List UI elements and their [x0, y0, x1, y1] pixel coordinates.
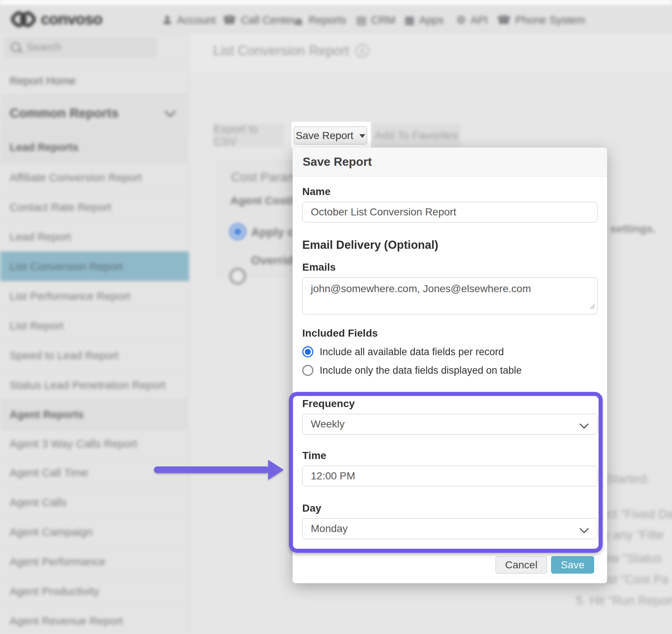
export-to-csv-button[interactable]: Export to CSV — [213, 124, 284, 146]
caret-down-icon — [359, 134, 365, 138]
sidebar-item-lead-report[interactable]: Lead Report — [0, 222, 189, 251]
sidebar-item-agent-calls[interactable]: Agent Calls — [0, 487, 189, 517]
getting-started-text-fragment: iew "Status — [601, 551, 662, 565]
sidebar-item-agent-performance[interactable]: Agent Performance — [0, 547, 189, 576]
page-title-text: List Conversion Report — [213, 43, 349, 59]
nav-item-apps[interactable]: ▦Apps — [404, 13, 444, 27]
nav-item-label: Phone System — [515, 14, 585, 26]
sidebar-item-label: Speed to Lead Report — [10, 349, 119, 362]
nav-item-crm[interactable]: ▤CRM — [356, 13, 395, 27]
sidebar-item-agent-revenue-report[interactable]: Agent Revenue Report — [0, 606, 189, 634]
modal-title: Save Report — [303, 155, 372, 169]
save-report-dropdown-button[interactable]: Save Report — [294, 126, 367, 145]
page-title: List Conversion Report i — [213, 43, 369, 59]
search-placeholder: Search — [26, 41, 62, 53]
bar-chart-icon — [293, 15, 304, 25]
sidebar-item-label: Agent Call Time — [10, 466, 88, 479]
radio-selected-icon — [302, 346, 313, 357]
annotation-arrow — [150, 457, 288, 483]
search-icon — [11, 42, 20, 52]
nav-item-reports[interactable]: Reports — [293, 13, 346, 27]
sidebar-item-label: Contact Rate Report — [10, 201, 111, 214]
sidebar-item-label: Report Home — [10, 75, 76, 87]
sidebar-item-label: Lead Report — [10, 231, 71, 243]
convoso-logo-text: convoso — [41, 10, 102, 28]
override-cost-label: Overrid — [251, 254, 293, 267]
sidebar-divider — [0, 59, 189, 60]
getting-started-text-fragment: 5. Hit "Run Report — [576, 594, 672, 608]
email-delivery-heading: Email Delivery (Optional) — [302, 239, 597, 251]
convoso-reports-page: { "topbar": { "logo_text": "convoso", "i… — [0, 0, 672, 634]
apply-cost-radio[interactable] — [230, 224, 246, 240]
grid-icon: ▦ — [404, 14, 415, 26]
radio-unselected-icon — [302, 365, 313, 376]
sidebar-item-agent-3-way-calls-report[interactable]: Agent 3 Way Calls Report — [0, 429, 189, 458]
sidebar-item-label: Agent Performance — [10, 555, 105, 568]
nav-item-label: Reports — [309, 14, 346, 26]
sidebar-item-label: Affiliate Conversion Report — [10, 171, 142, 184]
nav-item-account[interactable]: Account — [162, 13, 216, 27]
emails-label: Emails — [302, 262, 597, 273]
nav-item-label: Account — [177, 14, 216, 26]
sidebar-item-report-home[interactable]: Report Home — [0, 66, 189, 95]
phone-icon: ☎ — [223, 14, 236, 26]
sidebar-item-list-performance-report[interactable]: List Performance Report — [0, 281, 189, 311]
sidebar-item-label: Agent Reports — [10, 409, 84, 421]
getting-started-text-fragment: ly any "Filte — [601, 528, 663, 542]
sidebar-item-label: Agent Productivity — [10, 585, 99, 598]
sidebar-item-agent-productivity[interactable]: Agent Productivity — [0, 576, 189, 606]
modal-header: Save Report — [293, 148, 607, 176]
phone-icon: ☎ — [497, 14, 511, 26]
gear-icon: ⚙ — [456, 14, 466, 26]
add-to-favorites-button[interactable]: Add To Favorites — [373, 124, 460, 146]
sidebar-item-label: Agent Revenue Report — [10, 615, 123, 627]
nav-item-call-center[interactable]: ☎Call Center — [223, 13, 294, 27]
sidebar-item-list-conversion-report[interactable]: List Conversion Report — [0, 251, 189, 281]
sidebar-item-label: List Performance Report — [10, 290, 130, 303]
name-label: Name — [302, 186, 597, 197]
sidebar-item-affiliate-conversion-report[interactable]: Affiliate Conversion Report — [0, 162, 189, 192]
list-icon: ▤ — [356, 14, 366, 26]
sidebar-item-lead-reports: Lead Reports — [0, 132, 189, 162]
nav-item-api[interactable]: ⚙API — [456, 13, 488, 27]
nav-item-label: API — [471, 14, 488, 26]
nav-item-label: CRM — [371, 14, 395, 26]
sidebar-item-label: List Conversion Report — [10, 260, 123, 273]
getting-started-text-fragment: ect "Fixed Da — [601, 507, 672, 521]
top-navigation-bar: convoso Account☎Call CenterReports▤CRM▦A… — [0, 4, 672, 34]
sidebar-item-status-lead-penetration-report[interactable]: Status Lead Penetration Report — [0, 370, 189, 400]
convoso-logo-icon — [9, 8, 38, 30]
sidebar-search-input[interactable]: Search — [5, 38, 157, 56]
sidebar-item-label: Lead Reports — [10, 141, 78, 153]
included-fields-label: Included Fields — [302, 328, 597, 339]
override-cost-radio[interactable] — [230, 268, 246, 284]
sidebar-item-label: Status Lead Penetration Report — [10, 379, 165, 392]
sidebar-item-list-report[interactable]: List Report — [0, 311, 189, 340]
nav-item-phone-system[interactable]: ☎Phone System — [497, 13, 585, 27]
include-displayed-fields-option[interactable]: Include only the data fields displayed o… — [302, 363, 597, 378]
sidebar-item-label: Common Reports — [10, 106, 119, 120]
info-icon[interactable]: i — [356, 44, 369, 57]
report-name-input[interactable]: October List Conversion Report — [302, 202, 597, 222]
include-all-fields-option[interactable]: Include all available data fields per re… — [302, 344, 597, 360]
sidebar-item-contact-rate-report[interactable]: Contact Rate Report — [0, 192, 189, 222]
sidebar-item-agent-campaign[interactable]: Agent Campaign — [0, 517, 189, 547]
getting-started-text-fragment: ust "Cost Pa — [601, 572, 668, 587]
emails-textarea[interactable]: john@somewhere.com, Jones@elsewhere.com — [302, 277, 597, 314]
getting-started-text-fragment: Started: — [606, 472, 650, 486]
agent-cost-label: Agent Cost/H — [230, 194, 301, 207]
person-icon — [162, 14, 172, 26]
top-white-strip — [0, 0, 672, 4]
save-button[interactable]: Save — [551, 556, 594, 574]
sidebar-item-label: Agent 3 Way Calls Report — [10, 437, 137, 450]
settings-text-fragment: settings. — [610, 222, 656, 235]
nav-item-label: Apps — [419, 14, 444, 26]
sidebar-item-common-reports[interactable]: Common Reports — [0, 95, 189, 131]
chevron-down-icon — [164, 106, 176, 117]
sidebar-item-label: Agent Calls — [10, 496, 66, 509]
sidebar-item-speed-to-lead-report[interactable]: Speed to Lead Report — [0, 340, 189, 370]
resize-grip-icon[interactable] — [589, 300, 595, 312]
sidebar-item-agent-reports: Agent Reports — [0, 399, 189, 430]
convoso-logo[interactable]: convoso — [9, 10, 102, 29]
cancel-button[interactable]: Cancel — [495, 556, 547, 574]
